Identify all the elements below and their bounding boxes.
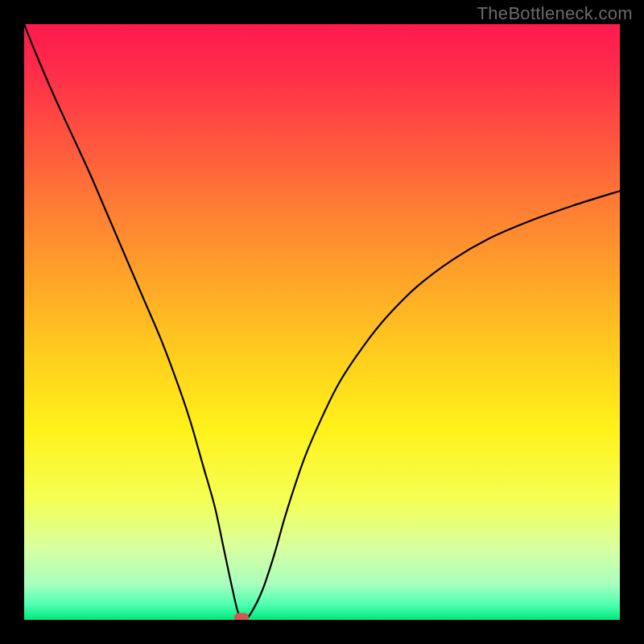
chart-frame: TheBottleneck.com xyxy=(0,0,644,644)
watermark-text: TheBottleneck.com xyxy=(477,3,633,24)
optimum-marker xyxy=(234,613,249,620)
bottleneck-curve xyxy=(24,24,620,619)
plot-area xyxy=(24,24,620,620)
curve-layer xyxy=(24,24,620,620)
